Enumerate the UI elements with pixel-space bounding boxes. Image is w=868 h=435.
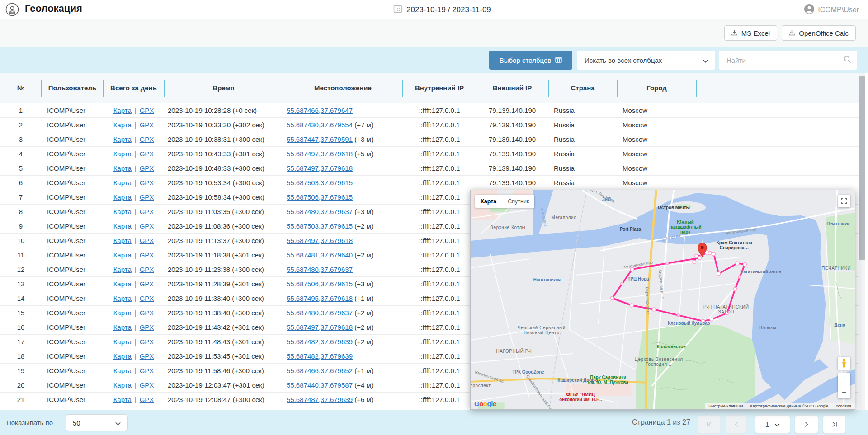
map-link[interactable]: Карта <box>113 295 132 302</box>
location-link[interactable]: 55.687481,37.679640 <box>287 251 353 259</box>
gpx-link[interactable]: GPX <box>140 121 154 129</box>
day-links-cell: Карта|GPX <box>103 323 164 331</box>
column-header-3[interactable]: Всего за день <box>103 73 164 103</box>
map-type-satellite-button[interactable]: Спутник <box>502 195 534 208</box>
map-link[interactable]: Карта <box>113 179 132 187</box>
location-link[interactable]: 55.687487,37.679639 <box>287 396 353 403</box>
gpx-link[interactable]: GPX <box>140 381 154 389</box>
map-link[interactable]: Карта <box>113 208 132 215</box>
row-number-cell: 20 <box>0 381 42 389</box>
column-header-1[interactable]: № <box>0 73 42 103</box>
column-header-2[interactable]: Пользователь <box>42 73 103 103</box>
gpx-link[interactable]: GPX <box>140 295 154 302</box>
map-link[interactable]: Карта <box>113 396 132 403</box>
terms-link[interactable]: Условия <box>835 404 851 408</box>
map-link[interactable]: Карта <box>113 222 132 230</box>
map-link[interactable]: Карта <box>113 381 132 389</box>
map-canvas[interactable]: Верхние КотлыНАГОРНЫЙ Р-ННагатинскаяр. М… <box>471 190 855 409</box>
gpx-link[interactable]: GPX <box>140 367 154 374</box>
map-link[interactable]: Карта <box>113 121 132 129</box>
vertical-scrollbar[interactable] <box>859 73 865 410</box>
location-link[interactable]: 55.687497,37.679618 <box>287 323 353 331</box>
page-size-select[interactable]: 50 <box>66 414 128 431</box>
location-link[interactable]: 55.687506,37.679615 <box>287 193 353 201</box>
map-link[interactable]: Карта <box>113 323 132 331</box>
map-type-map-button[interactable]: Карта <box>475 195 502 208</box>
gpx-link[interactable]: GPX <box>140 193 154 201</box>
first-page-button[interactable] <box>698 415 721 434</box>
next-page-button[interactable] <box>795 415 818 434</box>
column-header-4[interactable]: Время <box>164 73 283 103</box>
gpx-link[interactable]: GPX <box>140 251 154 259</box>
gpx-link[interactable]: GPX <box>140 338 154 346</box>
gpx-link[interactable]: GPX <box>140 323 154 331</box>
location-link[interactable]: 55.687482,37.679639 <box>287 338 353 346</box>
location-link[interactable]: 55.687447,37.679591 <box>287 136 353 143</box>
map-link[interactable]: Карта <box>113 367 132 374</box>
last-page-button[interactable] <box>823 415 846 434</box>
gpx-link[interactable]: GPX <box>140 150 154 158</box>
map-overlay[interactable]: Верхние КотлыНАГОРНЫЙ Р-ННагатинскаяр. М… <box>470 190 855 410</box>
search-scope-select[interactable]: Искать во всех столбцах <box>577 51 715 70</box>
map-link[interactable]: Карта <box>113 338 132 346</box>
zoom-out-button[interactable]: − <box>838 386 850 399</box>
map-link[interactable]: Карта <box>113 193 132 201</box>
map-link[interactable]: Карта <box>113 107 132 114</box>
map-link[interactable]: Карта <box>113 251 132 259</box>
column-select-button[interactable]: Выбор столбцов <box>489 51 572 70</box>
location-link[interactable]: 55.687495,37.679618 <box>287 295 353 302</box>
date-range-picker[interactable]: 2023-10-19 / 2023-11-09 <box>393 4 491 15</box>
gpx-link[interactable]: GPX <box>140 164 154 172</box>
user-account[interactable]: ICOMP\User <box>804 4 859 16</box>
map-link[interactable]: Карта <box>113 266 132 273</box>
gpx-link[interactable]: GPX <box>140 136 154 143</box>
location-link[interactable]: 55.687480,37.679637 <box>287 208 353 215</box>
map-link[interactable]: Карта <box>113 150 132 158</box>
map-link[interactable]: Карта <box>113 237 132 244</box>
location-link[interactable]: 55.687482,37.679639 <box>287 352 353 360</box>
map-link[interactable]: Карта <box>113 309 132 317</box>
location-link[interactable]: 55.687497,37.679618 <box>287 164 353 172</box>
location-link[interactable]: 55.687497,37.679618 <box>287 237 353 244</box>
column-header-7[interactable]: Внешний IP <box>476 73 548 103</box>
location-link[interactable]: 55.687497,37.679618 <box>287 150 353 158</box>
previous-page-button[interactable] <box>725 415 747 434</box>
location-link[interactable]: 55.687466,37.679647 <box>287 107 353 114</box>
gpx-link[interactable]: GPX <box>140 352 154 360</box>
location-link[interactable]: 55.687503,37.679615 <box>287 222 353 230</box>
export-openoffice-button[interactable]: OpenOffice Calc <box>782 25 856 41</box>
location-link[interactable]: 55.687506,37.679615 <box>287 280 353 288</box>
gpx-link[interactable]: GPX <box>140 396 154 403</box>
location-link[interactable]: 55.687466,37.679652 <box>287 367 353 374</box>
current-page-select[interactable]: 1 <box>755 415 790 434</box>
column-header-8[interactable]: Страна <box>548 73 617 103</box>
location-link[interactable]: 55.687480,37.679637 <box>287 266 353 273</box>
gpx-link[interactable]: GPX <box>140 280 154 288</box>
gpx-link[interactable]: GPX <box>140 222 154 230</box>
map-link[interactable]: Карта <box>113 164 132 172</box>
column-header-6[interactable]: Внутренний IP <box>403 73 476 103</box>
location-link[interactable]: 55.687503,37.679615 <box>287 179 353 187</box>
gpx-link[interactable]: GPX <box>140 266 154 273</box>
location-link[interactable]: 55.687430,37.679554 <box>287 121 353 129</box>
location-link[interactable]: 55.687440,37.679587 <box>287 381 353 389</box>
export-excel-button[interactable]: MS Excel <box>724 25 777 41</box>
zoom-in-button[interactable]: + <box>838 373 850 386</box>
map-link[interactable]: Карта <box>113 352 132 360</box>
fullscreen-button[interactable] <box>838 195 850 207</box>
pegman-button[interactable] <box>838 357 850 370</box>
keyboard-shortcuts-link[interactable]: Быстрые клавиши <box>708 404 743 408</box>
gpx-link[interactable]: GPX <box>140 237 154 244</box>
search-input[interactable] <box>726 56 840 65</box>
map-link[interactable]: Карта <box>113 280 132 288</box>
gpx-link[interactable]: GPX <box>140 309 154 317</box>
column-header-5[interactable]: Местоположение <box>283 73 403 103</box>
gpx-link[interactable]: GPX <box>140 107 154 114</box>
scrollbar-thumb[interactable] <box>859 76 865 260</box>
country-cell: Russia <box>548 179 617 187</box>
gpx-link[interactable]: GPX <box>140 179 154 187</box>
column-header-9[interactable]: Город <box>617 73 696 103</box>
map-link[interactable]: Карта <box>113 136 132 143</box>
gpx-link[interactable]: GPX <box>140 208 154 215</box>
location-link[interactable]: 55.687480,37.679637 <box>287 309 353 317</box>
